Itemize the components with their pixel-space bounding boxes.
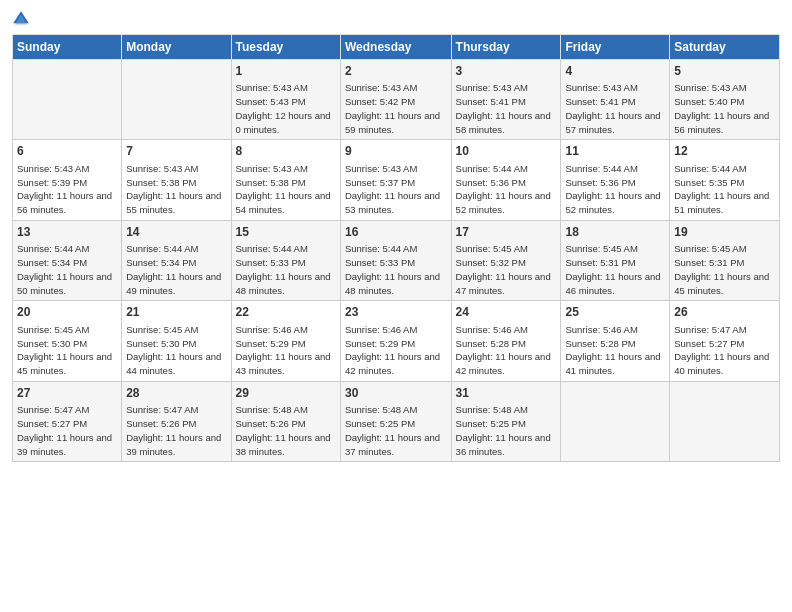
daylight-text: Daylight: 12 hours and 0 minutes. [236,110,331,135]
sunrise-text: Sunrise: 5:43 AM [345,163,417,174]
sunrise-text: Sunrise: 5:45 AM [674,243,746,254]
sunrise-text: Sunrise: 5:47 AM [17,404,89,415]
sunset-text: Sunset: 5:41 PM [456,96,526,107]
daylight-text: Daylight: 11 hours and 58 minutes. [456,110,551,135]
day-cell: 16Sunrise: 5:44 AMSunset: 5:33 PMDayligh… [340,220,451,300]
sunrise-text: Sunrise: 5:45 AM [126,324,198,335]
sunset-text: Sunset: 5:36 PM [565,177,635,188]
header [12,10,780,28]
logo-icon [12,10,30,28]
sunset-text: Sunset: 5:41 PM [565,96,635,107]
day-cell: 21Sunrise: 5:45 AMSunset: 5:30 PMDayligh… [122,301,231,381]
sunset-text: Sunset: 5:34 PM [126,257,196,268]
day-cell: 20Sunrise: 5:45 AMSunset: 5:30 PMDayligh… [13,301,122,381]
sunset-text: Sunset: 5:32 PM [456,257,526,268]
day-number: 2 [345,63,447,80]
daylight-text: Daylight: 11 hours and 59 minutes. [345,110,440,135]
sunrise-text: Sunrise: 5:44 AM [565,163,637,174]
day-number: 21 [126,304,226,321]
day-number: 8 [236,143,336,160]
sunrise-text: Sunrise: 5:43 AM [565,82,637,93]
sunset-text: Sunset: 5:26 PM [126,418,196,429]
day-cell: 17Sunrise: 5:45 AMSunset: 5:32 PMDayligh… [451,220,561,300]
daylight-text: Daylight: 11 hours and 50 minutes. [17,271,112,296]
day-number: 22 [236,304,336,321]
day-number: 19 [674,224,775,241]
sunrise-text: Sunrise: 5:46 AM [236,324,308,335]
day-cell: 24Sunrise: 5:46 AMSunset: 5:28 PMDayligh… [451,301,561,381]
daylight-text: Daylight: 11 hours and 48 minutes. [236,271,331,296]
day-cell: 27Sunrise: 5:47 AMSunset: 5:27 PMDayligh… [13,381,122,461]
daylight-text: Daylight: 11 hours and 57 minutes. [565,110,660,135]
sunset-text: Sunset: 5:29 PM [345,338,415,349]
sunset-text: Sunset: 5:43 PM [236,96,306,107]
day-cell: 30Sunrise: 5:48 AMSunset: 5:25 PMDayligh… [340,381,451,461]
day-cell: 7Sunrise: 5:43 AMSunset: 5:38 PMDaylight… [122,140,231,220]
day-cell: 28Sunrise: 5:47 AMSunset: 5:26 PMDayligh… [122,381,231,461]
day-cell [561,381,670,461]
daylight-text: Daylight: 11 hours and 42 minutes. [345,351,440,376]
sunset-text: Sunset: 5:31 PM [565,257,635,268]
daylight-text: Daylight: 11 hours and 56 minutes. [17,190,112,215]
sunset-text: Sunset: 5:37 PM [345,177,415,188]
sunset-text: Sunset: 5:31 PM [674,257,744,268]
day-cell: 11Sunrise: 5:44 AMSunset: 5:36 PMDayligh… [561,140,670,220]
day-number: 7 [126,143,226,160]
sunrise-text: Sunrise: 5:44 AM [456,163,528,174]
week-row-2: 6Sunrise: 5:43 AMSunset: 5:39 PMDaylight… [13,140,780,220]
day-number: 4 [565,63,665,80]
sunrise-text: Sunrise: 5:43 AM [126,163,198,174]
sunrise-text: Sunrise: 5:43 AM [345,82,417,93]
header-row: SundayMondayTuesdayWednesdayThursdayFrid… [13,35,780,60]
day-cell: 5Sunrise: 5:43 AMSunset: 5:40 PMDaylight… [670,60,780,140]
sunrise-text: Sunrise: 5:47 AM [674,324,746,335]
sunrise-text: Sunrise: 5:43 AM [236,82,308,93]
day-cell: 2Sunrise: 5:43 AMSunset: 5:42 PMDaylight… [340,60,451,140]
day-cell: 3Sunrise: 5:43 AMSunset: 5:41 PMDaylight… [451,60,561,140]
daylight-text: Daylight: 11 hours and 37 minutes. [345,432,440,457]
col-header-saturday: Saturday [670,35,780,60]
col-header-thursday: Thursday [451,35,561,60]
day-number: 28 [126,385,226,402]
day-number: 9 [345,143,447,160]
sunrise-text: Sunrise: 5:45 AM [456,243,528,254]
day-number: 24 [456,304,557,321]
page-container: SundayMondayTuesdayWednesdayThursdayFrid… [0,0,792,470]
daylight-text: Daylight: 11 hours and 55 minutes. [126,190,221,215]
daylight-text: Daylight: 11 hours and 44 minutes. [126,351,221,376]
day-number: 10 [456,143,557,160]
sunset-text: Sunset: 5:39 PM [17,177,87,188]
day-cell: 29Sunrise: 5:48 AMSunset: 5:26 PMDayligh… [231,381,340,461]
day-cell: 4Sunrise: 5:43 AMSunset: 5:41 PMDaylight… [561,60,670,140]
sunrise-text: Sunrise: 5:43 AM [456,82,528,93]
daylight-text: Daylight: 11 hours and 56 minutes. [674,110,769,135]
daylight-text: Daylight: 11 hours and 52 minutes. [456,190,551,215]
sunset-text: Sunset: 5:27 PM [17,418,87,429]
day-number: 3 [456,63,557,80]
day-number: 6 [17,143,117,160]
daylight-text: Daylight: 11 hours and 46 minutes. [565,271,660,296]
sunrise-text: Sunrise: 5:48 AM [236,404,308,415]
sunset-text: Sunset: 5:30 PM [17,338,87,349]
sunrise-text: Sunrise: 5:44 AM [345,243,417,254]
daylight-text: Daylight: 11 hours and 53 minutes. [345,190,440,215]
col-header-monday: Monday [122,35,231,60]
sunrise-text: Sunrise: 5:45 AM [17,324,89,335]
sunrise-text: Sunrise: 5:44 AM [236,243,308,254]
daylight-text: Daylight: 11 hours and 39 minutes. [17,432,112,457]
daylight-text: Daylight: 11 hours and 51 minutes. [674,190,769,215]
day-cell: 15Sunrise: 5:44 AMSunset: 5:33 PMDayligh… [231,220,340,300]
sunrise-text: Sunrise: 5:44 AM [674,163,746,174]
sunrise-text: Sunrise: 5:44 AM [17,243,89,254]
daylight-text: Daylight: 11 hours and 40 minutes. [674,351,769,376]
sunset-text: Sunset: 5:40 PM [674,96,744,107]
sunset-text: Sunset: 5:36 PM [456,177,526,188]
day-number: 18 [565,224,665,241]
day-number: 12 [674,143,775,160]
sunrise-text: Sunrise: 5:46 AM [456,324,528,335]
sunset-text: Sunset: 5:27 PM [674,338,744,349]
day-number: 31 [456,385,557,402]
day-cell: 1Sunrise: 5:43 AMSunset: 5:43 PMDaylight… [231,60,340,140]
sunset-text: Sunset: 5:26 PM [236,418,306,429]
day-cell: 31Sunrise: 5:48 AMSunset: 5:25 PMDayligh… [451,381,561,461]
